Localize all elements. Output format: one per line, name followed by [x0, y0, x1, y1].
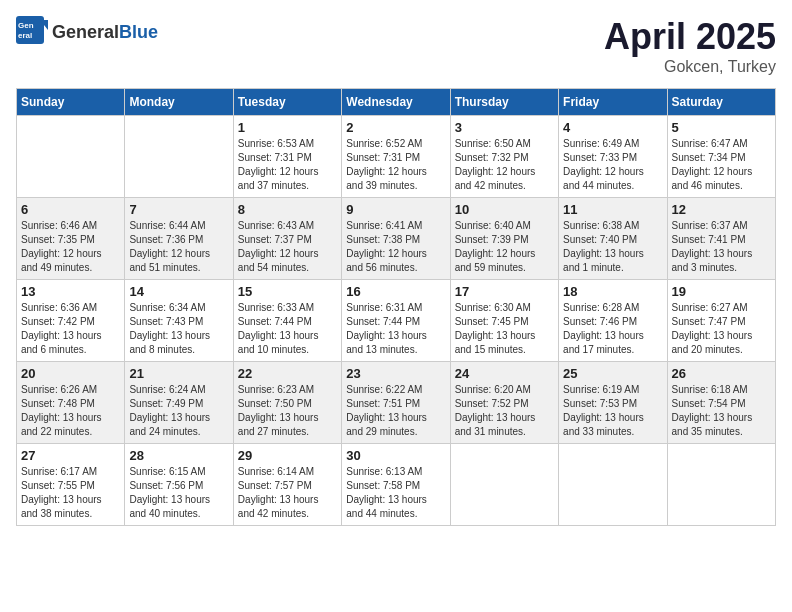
calendar-cell	[125, 116, 233, 198]
day-info: Sunrise: 6:20 AM Sunset: 7:52 PM Dayligh…	[455, 383, 554, 439]
day-number: 23	[346, 366, 445, 381]
calendar-week-row: 13Sunrise: 6:36 AM Sunset: 7:42 PM Dayli…	[17, 280, 776, 362]
day-number: 30	[346, 448, 445, 463]
day-number: 27	[21, 448, 120, 463]
calendar-cell: 9Sunrise: 6:41 AM Sunset: 7:38 PM Daylig…	[342, 198, 450, 280]
calendar-table: SundayMondayTuesdayWednesdayThursdayFrid…	[16, 88, 776, 526]
calendar-cell	[450, 444, 558, 526]
calendar-cell: 21Sunrise: 6:24 AM Sunset: 7:49 PM Dayli…	[125, 362, 233, 444]
calendar-cell: 25Sunrise: 6:19 AM Sunset: 7:53 PM Dayli…	[559, 362, 667, 444]
day-number: 1	[238, 120, 337, 135]
day-info: Sunrise: 6:37 AM Sunset: 7:41 PM Dayligh…	[672, 219, 771, 275]
day-number: 16	[346, 284, 445, 299]
day-info: Sunrise: 6:33 AM Sunset: 7:44 PM Dayligh…	[238, 301, 337, 357]
day-number: 12	[672, 202, 771, 217]
day-info: Sunrise: 6:53 AM Sunset: 7:31 PM Dayligh…	[238, 137, 337, 193]
calendar-cell: 17Sunrise: 6:30 AM Sunset: 7:45 PM Dayli…	[450, 280, 558, 362]
day-info: Sunrise: 6:46 AM Sunset: 7:35 PM Dayligh…	[21, 219, 120, 275]
calendar-cell: 4Sunrise: 6:49 AM Sunset: 7:33 PM Daylig…	[559, 116, 667, 198]
calendar-cell: 29Sunrise: 6:14 AM Sunset: 7:57 PM Dayli…	[233, 444, 341, 526]
day-info: Sunrise: 6:40 AM Sunset: 7:39 PM Dayligh…	[455, 219, 554, 275]
logo-blue: Blue	[119, 22, 158, 42]
day-info: Sunrise: 6:23 AM Sunset: 7:50 PM Dayligh…	[238, 383, 337, 439]
day-number: 18	[563, 284, 662, 299]
calendar-cell: 23Sunrise: 6:22 AM Sunset: 7:51 PM Dayli…	[342, 362, 450, 444]
location-title: Gokcen, Turkey	[604, 58, 776, 76]
day-info: Sunrise: 6:24 AM Sunset: 7:49 PM Dayligh…	[129, 383, 228, 439]
day-number: 17	[455, 284, 554, 299]
day-info: Sunrise: 6:50 AM Sunset: 7:32 PM Dayligh…	[455, 137, 554, 193]
calendar-cell: 15Sunrise: 6:33 AM Sunset: 7:44 PM Dayli…	[233, 280, 341, 362]
calendar-cell: 28Sunrise: 6:15 AM Sunset: 7:56 PM Dayli…	[125, 444, 233, 526]
calendar-week-row: 20Sunrise: 6:26 AM Sunset: 7:48 PM Dayli…	[17, 362, 776, 444]
day-info: Sunrise: 6:14 AM Sunset: 7:57 PM Dayligh…	[238, 465, 337, 521]
day-info: Sunrise: 6:43 AM Sunset: 7:37 PM Dayligh…	[238, 219, 337, 275]
day-number: 26	[672, 366, 771, 381]
day-number: 9	[346, 202, 445, 217]
logo: Gen eral GeneralBlue	[16, 16, 158, 48]
title-block: April 2025 Gokcen, Turkey	[604, 16, 776, 76]
day-number: 5	[672, 120, 771, 135]
day-info: Sunrise: 6:17 AM Sunset: 7:55 PM Dayligh…	[21, 465, 120, 521]
day-number: 29	[238, 448, 337, 463]
weekday-header-saturday: Saturday	[667, 89, 775, 116]
day-number: 8	[238, 202, 337, 217]
day-number: 13	[21, 284, 120, 299]
calendar-cell: 10Sunrise: 6:40 AM Sunset: 7:39 PM Dayli…	[450, 198, 558, 280]
calendar-cell: 11Sunrise: 6:38 AM Sunset: 7:40 PM Dayli…	[559, 198, 667, 280]
calendar-cell	[667, 444, 775, 526]
day-info: Sunrise: 6:18 AM Sunset: 7:54 PM Dayligh…	[672, 383, 771, 439]
day-info: Sunrise: 6:22 AM Sunset: 7:51 PM Dayligh…	[346, 383, 445, 439]
calendar-cell: 8Sunrise: 6:43 AM Sunset: 7:37 PM Daylig…	[233, 198, 341, 280]
day-number: 7	[129, 202, 228, 217]
calendar-cell: 20Sunrise: 6:26 AM Sunset: 7:48 PM Dayli…	[17, 362, 125, 444]
day-info: Sunrise: 6:34 AM Sunset: 7:43 PM Dayligh…	[129, 301, 228, 357]
day-info: Sunrise: 6:44 AM Sunset: 7:36 PM Dayligh…	[129, 219, 228, 275]
calendar-cell: 6Sunrise: 6:46 AM Sunset: 7:35 PM Daylig…	[17, 198, 125, 280]
calendar-cell	[17, 116, 125, 198]
weekday-header-thursday: Thursday	[450, 89, 558, 116]
day-number: 20	[21, 366, 120, 381]
calendar-cell: 5Sunrise: 6:47 AM Sunset: 7:34 PM Daylig…	[667, 116, 775, 198]
day-info: Sunrise: 6:13 AM Sunset: 7:58 PM Dayligh…	[346, 465, 445, 521]
calendar-header-row: SundayMondayTuesdayWednesdayThursdayFrid…	[17, 89, 776, 116]
calendar-cell: 18Sunrise: 6:28 AM Sunset: 7:46 PM Dayli…	[559, 280, 667, 362]
calendar-cell	[559, 444, 667, 526]
calendar-cell: 2Sunrise: 6:52 AM Sunset: 7:31 PM Daylig…	[342, 116, 450, 198]
calendar-cell: 16Sunrise: 6:31 AM Sunset: 7:44 PM Dayli…	[342, 280, 450, 362]
svg-text:Gen: Gen	[18, 21, 34, 30]
day-info: Sunrise: 6:31 AM Sunset: 7:44 PM Dayligh…	[346, 301, 445, 357]
day-number: 11	[563, 202, 662, 217]
calendar-cell: 19Sunrise: 6:27 AM Sunset: 7:47 PM Dayli…	[667, 280, 775, 362]
weekday-header-wednesday: Wednesday	[342, 89, 450, 116]
month-title: April 2025	[604, 16, 776, 58]
calendar-cell: 14Sunrise: 6:34 AM Sunset: 7:43 PM Dayli…	[125, 280, 233, 362]
day-number: 21	[129, 366, 228, 381]
day-info: Sunrise: 6:36 AM Sunset: 7:42 PM Dayligh…	[21, 301, 120, 357]
weekday-header-monday: Monday	[125, 89, 233, 116]
svg-text:eral: eral	[18, 31, 32, 40]
day-number: 3	[455, 120, 554, 135]
calendar-cell: 24Sunrise: 6:20 AM Sunset: 7:52 PM Dayli…	[450, 362, 558, 444]
day-info: Sunrise: 6:30 AM Sunset: 7:45 PM Dayligh…	[455, 301, 554, 357]
calendar-cell: 22Sunrise: 6:23 AM Sunset: 7:50 PM Dayli…	[233, 362, 341, 444]
day-info: Sunrise: 6:47 AM Sunset: 7:34 PM Dayligh…	[672, 137, 771, 193]
day-info: Sunrise: 6:27 AM Sunset: 7:47 PM Dayligh…	[672, 301, 771, 357]
calendar-cell: 12Sunrise: 6:37 AM Sunset: 7:41 PM Dayli…	[667, 198, 775, 280]
calendar-cell: 26Sunrise: 6:18 AM Sunset: 7:54 PM Dayli…	[667, 362, 775, 444]
calendar-cell: 13Sunrise: 6:36 AM Sunset: 7:42 PM Dayli…	[17, 280, 125, 362]
day-number: 14	[129, 284, 228, 299]
day-info: Sunrise: 6:28 AM Sunset: 7:46 PM Dayligh…	[563, 301, 662, 357]
calendar-cell: 7Sunrise: 6:44 AM Sunset: 7:36 PM Daylig…	[125, 198, 233, 280]
calendar-cell: 1Sunrise: 6:53 AM Sunset: 7:31 PM Daylig…	[233, 116, 341, 198]
page-header: Gen eral GeneralBlue April 2025 Gokcen, …	[16, 16, 776, 76]
day-info: Sunrise: 6:41 AM Sunset: 7:38 PM Dayligh…	[346, 219, 445, 275]
logo-icon: Gen eral	[16, 16, 48, 48]
weekday-header-friday: Friday	[559, 89, 667, 116]
day-number: 22	[238, 366, 337, 381]
day-number: 15	[238, 284, 337, 299]
logo-general: General	[52, 22, 119, 42]
day-number: 2	[346, 120, 445, 135]
day-number: 4	[563, 120, 662, 135]
calendar-cell: 27Sunrise: 6:17 AM Sunset: 7:55 PM Dayli…	[17, 444, 125, 526]
